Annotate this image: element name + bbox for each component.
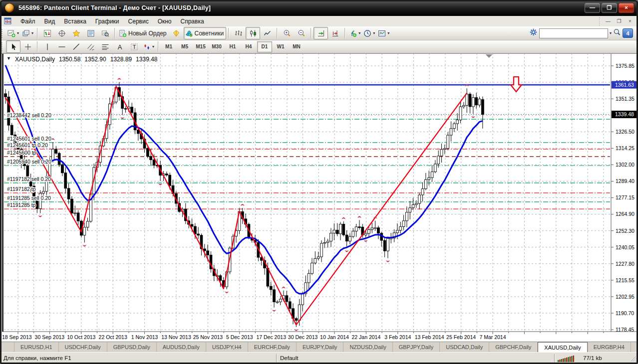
zoom_in-icon [283, 29, 291, 37]
toolbar-grip[interactable] [1, 29, 4, 38]
timeframe-h1-button[interactable]: H1 [225, 41, 240, 52]
zoom-in-button[interactable] [280, 27, 294, 39]
tab-gbpusd-daily[interactable]: GBPUSD,Daily [107, 342, 157, 352]
timeframe-m30-button[interactable]: M30 [209, 41, 224, 52]
date-tick-label: 13 Nov 2013 [161, 334, 191, 340]
strategy-tester-button[interactable] [98, 27, 112, 39]
menu-окно[interactable]: Окно [153, 17, 176, 26]
date-tick-label: 30 Sep 2013 [35, 334, 65, 340]
indicators-button[interactable]: ▾ [347, 27, 362, 39]
date-tick-label: 1 Nov 2013 [131, 334, 158, 340]
tab-usdcad-daily[interactable]: USDCAD,Daily [440, 342, 489, 352]
order-label: #1191285 tp [7, 202, 36, 208]
dropdown-arrow-icon: ▾ [31, 31, 33, 35]
menu-вид[interactable]: Вид [40, 17, 60, 26]
fibonacci-retracement-button[interactable] [98, 40, 112, 53]
mdi-close-button[interactable]: × [625, 17, 636, 26]
search-dropdown-icon[interactable]: ▾ [610, 31, 612, 35]
tab-eurgbp-h4[interactable]: EURGBP,H4 [588, 342, 631, 352]
tab-eurchf-daily[interactable]: EURCHF,Daily [248, 342, 297, 352]
tab-audusd-daily[interactable]: AUDUSD,Daily [157, 342, 206, 352]
maximize-button[interactable]: ❐ [602, 3, 617, 13]
minimize-button[interactable]: — [585, 3, 600, 13]
indicators-icon [349, 29, 357, 37]
menu-графики[interactable]: Графики [91, 17, 124, 26]
menu-справка[interactable]: Справка [176, 17, 209, 26]
tab-gbpchf-daily[interactable]: GBPCHF,Daily [489, 342, 538, 352]
horizontal-line-button[interactable] [54, 40, 69, 53]
menu-файл[interactable]: Файл [16, 17, 40, 26]
expert-advisors-button[interactable]: Советники [184, 27, 227, 39]
crosshair-icon [24, 43, 32, 51]
zoom-out-button[interactable] [294, 27, 309, 39]
crosshair-button[interactable] [20, 40, 35, 53]
periods-button[interactable]: ▾ [362, 27, 376, 39]
settings-gear-icon[interactable] [529, 28, 538, 38]
data-window-button[interactable] [54, 27, 69, 39]
expert_advisors-icon [185, 29, 193, 37]
tab-nzdusd-daily[interactable]: NZDUSD,Daily [343, 342, 392, 352]
new-chart-button[interactable]: ▾ [6, 27, 20, 39]
tab-usdchf-daily[interactable]: USDCHF,Daily [59, 342, 107, 352]
chart-candles-button[interactable] [246, 27, 260, 39]
tab-xauusd-daily[interactable]: XAUUSD,Daily [538, 342, 587, 352]
close-button[interactable]: × [619, 3, 634, 13]
notifications-badge[interactable]: 4 [623, 28, 633, 38]
timeframe-d1-button[interactable]: D1 [257, 41, 272, 52]
templates-button[interactable]: ▾ [376, 27, 391, 39]
order-label: #1205940 sell 0.20 [7, 159, 51, 165]
price-tick-label: 1240.05 [616, 244, 635, 250]
new-order-button[interactable]: Новый Ордер [117, 27, 169, 39]
status-help-text: Для справки, нажмите F1 [3, 355, 71, 361]
metaeditor-button[interactable] [169, 27, 184, 39]
search-input[interactable] [539, 28, 608, 38]
mdi-minimize-button[interactable]: — [603, 17, 614, 26]
cursor-icon [9, 43, 17, 51]
expert-advisors-label: Советники [195, 30, 225, 37]
cursor-button[interactable] [6, 40, 20, 53]
menu-сервис[interactable]: Сервис [124, 17, 153, 26]
timeframe-m5-button[interactable]: M5 [177, 41, 192, 52]
market-watch-button[interactable] [40, 27, 54, 39]
auto-scroll-button[interactable] [314, 27, 328, 39]
mdi-restore-button[interactable]: ❐ [614, 17, 625, 26]
timeframe-mn-button[interactable]: MN [289, 41, 304, 52]
price-tick-label: 1351.35 [616, 96, 635, 102]
dropdown-arrow-icon: ▾ [373, 31, 375, 35]
timeframe-m15-button[interactable]: M15 [193, 41, 208, 52]
equidistant-channel-button[interactable] [83, 40, 98, 53]
menu-вставка[interactable]: Вставка [59, 17, 91, 26]
timeframe-m1-button[interactable]: M1 [161, 41, 176, 52]
tab-usdjpy-h4[interactable]: USDJPY,H4 [206, 342, 248, 352]
ohlc-low: 1328.89 [110, 56, 132, 63]
timeframe-h4-button[interactable]: H4 [241, 41, 256, 52]
resize-grip[interactable] [630, 355, 637, 363]
trendline-button[interactable] [69, 40, 83, 53]
navigator-button[interactable] [69, 27, 83, 39]
text-label-button[interactable]: T [127, 40, 141, 53]
text-button[interactable]: A [112, 40, 127, 53]
chart-bars-button[interactable] [231, 27, 246, 39]
timeframe-w1-button[interactable]: W1 [273, 41, 288, 52]
search-icon[interactable] [613, 28, 621, 38]
tab-audnzd-h1[interactable]: AUDNZD,H1 [631, 342, 638, 352]
chart-canvas[interactable]: #1238442 sell 0.20#1245601 sell 0.20#124… [0, 53, 638, 342]
tab-eurjpy-daily[interactable]: EURJPY,Daily [297, 342, 344, 352]
terminal-button[interactable] [83, 27, 98, 39]
toolbar-separator [344, 28, 345, 38]
chart-bg [0, 53, 638, 342]
vertical-line-button[interactable] [40, 40, 54, 53]
arrows-tool-button[interactable]: ▾ [141, 40, 156, 53]
ohlc-close: 1339.48 [136, 56, 157, 63]
chart-line-button[interactable] [260, 27, 275, 39]
chart-tab-bar: EURUSD,H1USDCHF,DailyGBPUSD,DailyAUDUSD,… [0, 342, 638, 352]
tab-gbpjpy-daily[interactable]: GBPJPY,Daily [393, 342, 440, 352]
toolbar-grip[interactable] [1, 42, 4, 51]
tab-eurusd-h1[interactable]: EURUSD,H1 [14, 342, 59, 352]
price-tick-label: 1190.70 [616, 310, 634, 316]
date-tick-label: 3 Feb 2014 [384, 334, 411, 340]
chart-shift-button[interactable] [328, 27, 342, 39]
profiles-button[interactable]: ▾ [20, 27, 35, 39]
menu-bar: ФайлВидВставкаГрафикиСервисОкноСправка —… [0, 16, 638, 27]
collapse-icon[interactable]: ▼ [6, 56, 11, 63]
